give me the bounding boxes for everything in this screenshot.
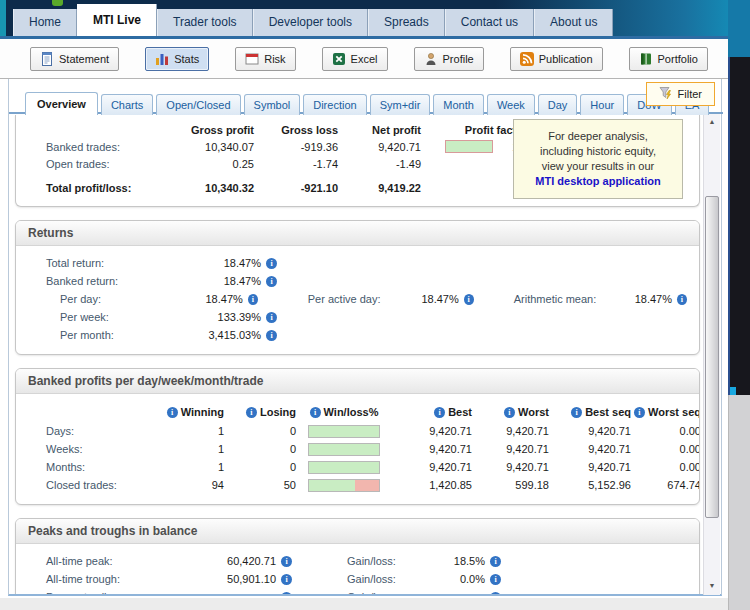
desktop-app-link[interactable]: MTI desktop application (535, 175, 660, 187)
info-icon[interactable]: i (248, 294, 258, 305)
info-icon[interactable]: i (266, 312, 277, 323)
peaks-troughs-section: Peaks and troughs in balance All-time pe… (15, 518, 700, 594)
info-icon[interactable]: i (490, 556, 501, 567)
total-net-profit: 9,419.22 (338, 182, 421, 194)
subtab-hour[interactable]: Hour (580, 94, 624, 115)
info-box-line1: For deeper analysis, (548, 130, 648, 142)
banked-profits-header-row: i Winning i Losing i Win/loss% i Best i … (46, 402, 700, 422)
nav-tab-developer-tools[interactable]: Developer tools (253, 9, 368, 36)
subtab-charts[interactable]: Charts (101, 94, 153, 115)
weeks-win-loss-bar (308, 443, 380, 456)
per-week-label: Per week: (46, 311, 181, 323)
gross-loss-header: Gross loss (254, 124, 338, 136)
weeks-best-seq: 9,420.71 (549, 440, 631, 458)
info-icon[interactable]: i (504, 407, 515, 418)
background-window-footer (728, 395, 750, 610)
arithmetic-mean-label: Arithmetic mean: (514, 293, 616, 305)
info-icon[interactable]: i (571, 407, 582, 418)
excel-button[interactable]: Excel (322, 47, 388, 71)
arithmetic-mean-value: 18.47% (616, 293, 672, 305)
nav-tab-trader-tools[interactable]: Trader tools (157, 9, 253, 36)
info-icon[interactable]: i (266, 258, 277, 269)
info-icon[interactable]: i (281, 592, 292, 595)
all-time-peak-value: 60,420.71 (176, 555, 276, 567)
all-time-trough-label: All-time trough: (46, 573, 176, 585)
per-day-value: 18.47% (170, 293, 243, 305)
nav-tab-about-us[interactable]: About us (534, 9, 613, 36)
banked-net-profit: 9,420.71 (338, 141, 421, 153)
portfolio-button[interactable]: Portfolio (629, 47, 708, 71)
scroll-down-arrow[interactable]: ▼ (704, 578, 720, 594)
info-icon[interactable]: i (281, 556, 292, 567)
info-icon[interactable]: i (434, 407, 445, 418)
all-time-peak-row: All-time peak: 60,420.71 i Gain/loss: 18… (46, 552, 687, 570)
scroll-up-arrow[interactable]: ▲ (704, 114, 720, 130)
info-icon[interactable]: i (167, 407, 178, 418)
info-icon[interactable]: i (266, 330, 277, 341)
desktop-app-info-box: For deeper analysis, including historic … (513, 119, 683, 199)
info-icon[interactable]: i (490, 574, 501, 585)
subtab-day[interactable]: Day (538, 94, 578, 115)
total-return-value: 18.47% (181, 257, 261, 269)
filter-button-label: Filter (678, 88, 702, 100)
per-month-row: Per month: 3,415.03% i (46, 326, 687, 344)
publication-button[interactable]: Publication (510, 47, 603, 71)
banked-profits-table: i Winning i Losing i Win/loss% i Best i … (46, 402, 700, 494)
panel-scrollbar[interactable]: ▲ ▼ (703, 114, 720, 595)
all-time-trough-row: All-time trough: 50,901.10 i Gain/loss: … (46, 570, 687, 588)
subtab-sym-dir[interactable]: Sym+dir (370, 94, 431, 115)
filter-button[interactable]: Filter (646, 82, 715, 106)
months-worst: 9,420.71 (472, 458, 549, 476)
info-icon[interactable]: i (310, 407, 321, 418)
site-header: Home MTI Live Trader tools Developer too… (0, 0, 728, 36)
subtab-symbol[interactable]: Symbol (244, 94, 301, 115)
nav-tab-home[interactable]: Home (13, 9, 77, 36)
nav-tab-mti-live[interactable]: MTI Live (77, 4, 157, 36)
header-teal-edge (0, 0, 6, 36)
subtab-week[interactable]: Week (487, 94, 535, 115)
info-icon[interactable]: i (634, 407, 645, 418)
net-profit-header: Net profit (338, 124, 421, 136)
subtab-direction[interactable]: Direction (303, 94, 366, 115)
per-week-row: Per week: 133.39% i (46, 308, 687, 326)
months-losing: 0 (224, 458, 296, 476)
portfolio-button-label: Portfolio (658, 53, 698, 65)
scrollbar-thumb[interactable] (705, 196, 719, 518)
info-icon[interactable]: i (464, 294, 474, 305)
info-icon[interactable]: i (490, 592, 501, 595)
nav-tab-contact-us[interactable]: Contact us (445, 9, 534, 36)
risk-button-label: Risk (264, 53, 285, 65)
profile-button[interactable]: Profile (414, 47, 484, 71)
statement-button[interactable]: Statement (30, 47, 119, 71)
peak-gain-loss-label: Gain/loss: (347, 555, 419, 567)
total-gross-loss: -921.10 (254, 182, 338, 194)
per-day-row: Per day: 18.47% i Per active day: 18.47%… (46, 290, 687, 308)
all-time-trough-value: 50,901.10 (176, 573, 276, 585)
returns-section-title: Returns (16, 221, 699, 246)
days-row: Days: 1 0 9,420.71 9,420.71 9,420.71 0.0… (46, 422, 700, 440)
gross-profit-header: Gross profit (176, 124, 254, 136)
weeks-best: 9,420.71 (392, 440, 472, 458)
best-seq-header: Best seq (585, 406, 631, 418)
subtab-overview[interactable]: Overview (25, 92, 98, 115)
risk-button[interactable]: Risk (235, 47, 295, 71)
info-icon[interactable]: i (281, 574, 292, 585)
report-toolbar: Statement Stats Risk Excel Profile Publi… (0, 39, 728, 79)
win-loss-pct-header: Win/loss% (324, 406, 379, 418)
info-icon[interactable]: i (266, 276, 277, 287)
per-month-value: 3,415.03% (181, 329, 261, 341)
banked-return-row: Banked return: 18.47% i (46, 272, 687, 290)
total-return-label: Total return: (46, 257, 181, 269)
days-best-seq: 9,420.71 (549, 422, 631, 440)
info-icon[interactable]: i (246, 407, 257, 418)
portfolio-icon (639, 52, 653, 66)
subtab-month[interactable]: Month (433, 94, 484, 115)
stats-button[interactable]: Stats (145, 47, 209, 71)
info-icon[interactable]: i (677, 294, 687, 305)
nav-tab-spreads[interactable]: Spreads (368, 9, 445, 36)
background-window-strip (728, 0, 750, 610)
peak-gain-loss-value: 18.5% (419, 555, 485, 567)
subtab-open-closed[interactable]: Open/Closed (156, 94, 240, 115)
total-profit-loss-label: Total profit/loss: (46, 182, 176, 194)
weeks-worst: 9,420.71 (472, 440, 549, 458)
